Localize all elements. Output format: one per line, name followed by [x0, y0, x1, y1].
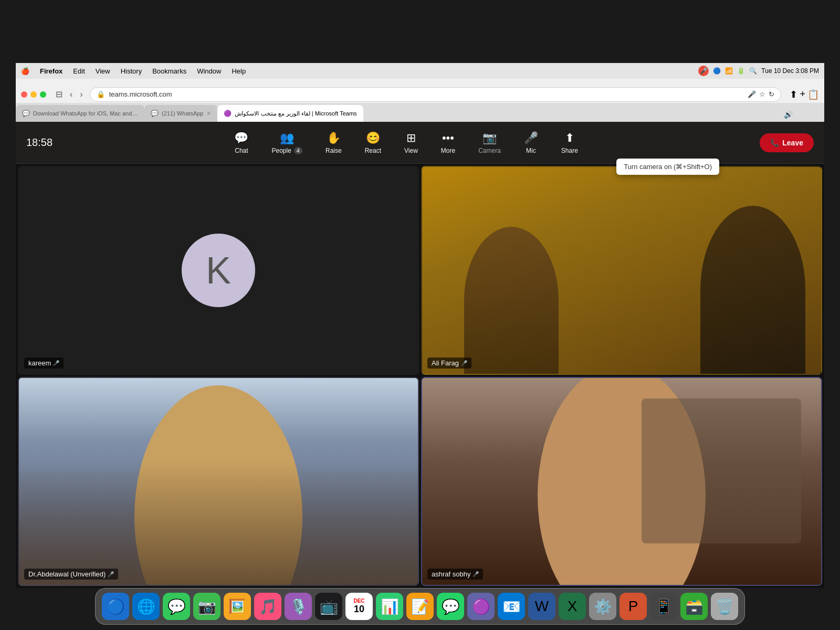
tab-whatsapp-download-label: Download WhatsApp for iOS, Mac and PC — [33, 110, 138, 117]
dock-whatsapp[interactable]: 💬 — [437, 593, 464, 620]
back-button[interactable]: ‹ — [67, 88, 75, 100]
ali-overlay — [422, 167, 821, 374]
toolbar-right: 📞 Leave — [760, 133, 814, 152]
dock-settings[interactable]: ⚙️ — [589, 593, 616, 620]
tab-close-icon[interactable]: ✕ — [206, 110, 211, 117]
people-button[interactable]: 👥 People 4 — [266, 128, 308, 158]
tab-teams[interactable]: 🟣 لقاء الوزير مع منتخب الاسكواش | Micros… — [217, 105, 363, 122]
close-button[interactable] — [21, 91, 27, 98]
dock-iphone-mirror[interactable]: 📱 — [650, 593, 677, 620]
chat-button[interactable]: 💬 Chat — [229, 128, 254, 158]
more-icon: ••• — [442, 131, 454, 145]
camera-button[interactable]: 📷 Camera — [473, 128, 506, 158]
dock-finder[interactable]: 🔵 — [102, 593, 129, 620]
mic-url-icon: 🎤 — [748, 90, 756, 98]
dock-messages[interactable]: 💬 — [163, 593, 190, 620]
share-label: Share — [561, 147, 578, 154]
sidebar-toggle[interactable]: ⊟ — [53, 88, 65, 100]
lock-icon: 🔒 — [97, 90, 105, 98]
menubar-window[interactable]: Window — [197, 67, 221, 75]
datetime-display: Tue 10 Dec 3:08 PM — [761, 67, 819, 75]
camera-icon: 📷 — [482, 131, 497, 145]
address-bar[interactable]: 🔒 teams.microsoft.com 🎤 ☆ ↻ — [90, 87, 782, 102]
apple-menu[interactable]: 🍎 — [21, 67, 29, 75]
menubar-bookmarks[interactable]: Bookmarks — [152, 67, 186, 75]
kareem-avatar: K — [182, 234, 255, 307]
new-tab-icon[interactable]: + — [800, 89, 805, 100]
dock-calendar[interactable]: DEC 10 — [345, 593, 373, 620]
chat-icon: 💬 — [234, 131, 248, 145]
url-text: teams.microsoft.com — [109, 90, 172, 98]
leave-button[interactable]: 📞 Leave — [760, 133, 814, 152]
menubar-history[interactable]: History — [121, 67, 142, 75]
dock-sequel[interactable]: 🗃️ — [680, 593, 708, 620]
tab-whatsapp-download[interactable]: 💬 Download WhatsApp for iOS, Mac and PC — [16, 105, 144, 122]
dock-teams[interactable]: 🟣 — [467, 593, 495, 620]
dock-word[interactable]: W — [528, 593, 555, 620]
mac-dock: 🔵 🌐 💬 📷 🖼️ 🎵 🎙️ 📺 DEC 10 📊 📝 💬 🟣 📧 W X ⚙… — [95, 588, 745, 625]
minimize-button[interactable] — [30, 91, 37, 98]
react-icon: 😊 — [366, 131, 380, 145]
tab-menu-icon[interactable]: 📋 — [807, 89, 819, 100]
share-button[interactable]: ⬆ Share — [556, 128, 583, 158]
dock-numbers[interactable]: 📊 — [376, 593, 403, 620]
dr-suit-area — [19, 461, 418, 585]
dock-safari[interactable]: 🌐 — [132, 593, 160, 620]
kareem-avatar-letter: K — [206, 249, 231, 292]
kareem-name-label: kareem 🎤 — [24, 358, 64, 369]
tab-whatsapp-211[interactable]: 💬 (211) WhatsApp ✕ — [144, 105, 217, 122]
video-cell-dr: Dr.Abdelawal (Unverified) 🎤 — [18, 377, 419, 586]
phone-icon: 📞 — [770, 139, 779, 147]
mic-status-icon: 🎤 — [698, 66, 709, 76]
video-grid: K kareem 🎤 Ali Farag 🎤 — [16, 164, 824, 588]
battery-icon: 🔋 — [737, 67, 745, 75]
mic-button[interactable]: 🎤 Mic — [519, 128, 543, 158]
refresh-icon[interactable]: ↻ — [769, 90, 774, 98]
share-browser-icon[interactable]: ⬆ — [790, 89, 797, 100]
tab-whatsapp-211-label: (211) WhatsApp — [162, 110, 203, 117]
dock-outlook[interactable]: 📧 — [498, 593, 525, 620]
search-icon[interactable]: 🔍 — [749, 67, 757, 75]
dock-appletv[interactable]: 📺 — [315, 593, 342, 620]
view-icon: ⊞ — [406, 131, 416, 145]
dock-excel[interactable]: X — [559, 593, 586, 620]
dock-photos[interactable]: 🖼️ — [224, 593, 251, 620]
tab-teams-icon: 🟣 — [224, 110, 232, 117]
dock-music[interactable]: 🎵 — [254, 593, 281, 620]
menubar-view[interactable]: View — [96, 67, 110, 75]
bluetooth-icon: 🔵 — [713, 67, 721, 75]
share-icon: ⬆ — [565, 131, 574, 145]
meeting-timer: 18:58 — [26, 136, 52, 149]
bookmark-icon[interactable]: ☆ — [759, 90, 765, 98]
tab-teams-label: لقاء الوزير مع منتخب الاسكواش | Microsof… — [235, 110, 356, 117]
dock-podcasts[interactable]: 🎙️ — [285, 593, 312, 620]
dock-powerpoint[interactable]: P — [620, 593, 647, 620]
fullscreen-button[interactable] — [40, 91, 46, 98]
menubar-help[interactable]: Help — [232, 67, 246, 75]
forward-button[interactable]: › — [77, 88, 85, 100]
nav-buttons: ⊟ ‹ › — [53, 88, 86, 100]
wifi-icon: 📶 — [725, 67, 733, 75]
more-button[interactable]: ••• More — [436, 128, 460, 158]
view-button[interactable]: ⊞ View — [399, 128, 423, 158]
teams-toolbar: 18:58 💬 Chat 👥 People 4 ✋ Raise — [16, 122, 824, 164]
mac-menubar: 🍎 Firefox Edit View History Bookmarks Wi… — [16, 63, 824, 79]
react-button[interactable]: 😊 React — [360, 128, 386, 158]
menubar-edit[interactable]: Edit — [73, 67, 85, 75]
volume-icon: 🔊 — [784, 110, 793, 119]
mic-icon: 🎤 — [524, 131, 538, 145]
toolbar-center: 💬 Chat 👥 People 4 ✋ Raise 😊 React — [229, 128, 583, 158]
dock-facetime[interactable]: 📷 — [193, 593, 220, 620]
ashraf-name-label: ashraf sobhy 🎤 — [427, 569, 483, 580]
camera-tooltip-text: Turn camera on (⌘+Shift+O) — [624, 163, 712, 171]
traffic-lights — [21, 91, 46, 98]
kareem-name-text: kareem — [28, 359, 51, 367]
react-label: React — [365, 147, 381, 154]
raise-icon: ✋ — [327, 131, 341, 145]
raise-label: Raise — [326, 147, 342, 154]
dock-pages[interactable]: 📝 — [406, 593, 434, 620]
raise-button[interactable]: ✋ Raise — [320, 128, 347, 158]
tab-whatsapp-211-icon: 💬 — [151, 110, 159, 117]
ashraf-video — [422, 378, 821, 585]
dock-trash[interactable]: 🗑️ — [711, 593, 738, 620]
